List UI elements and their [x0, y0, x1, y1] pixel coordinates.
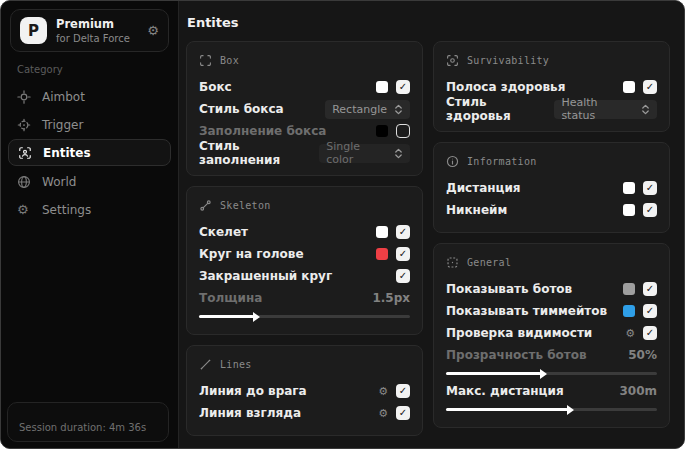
sidebar-item-settings[interactable]: ⚙ Settings — [1, 196, 178, 223]
panel-header: Information — [446, 155, 657, 168]
brand-text: Premium for Delta Force — [56, 17, 130, 44]
checkbox[interactable]: ✓ — [396, 80, 410, 94]
line-icon — [199, 358, 212, 371]
setting-label: Никнейм — [446, 203, 507, 217]
health-style-select[interactable]: Health status — [554, 100, 657, 119]
color-swatch[interactable] — [376, 248, 388, 260]
thickness-slider[interactable] — [199, 315, 410, 318]
fill-style-select[interactable]: Single color — [319, 144, 410, 163]
max-distance-slider-group: Макс. дистанция 300m — [446, 380, 657, 411]
checkbox[interactable]: ✓ — [643, 304, 657, 318]
brand-subtitle: for Delta Force — [56, 33, 130, 44]
setting-value: 50% — [628, 348, 657, 362]
app-window: P Premium for Delta Force ⚙ Category Aim… — [0, 0, 685, 449]
thickness-slider-group: Толщина 1.5px — [199, 287, 410, 318]
sidebar-item-aimbot[interactable]: Aimbot — [1, 83, 178, 110]
color-swatch[interactable] — [376, 81, 388, 93]
setting-label: Линия до врага — [199, 384, 307, 398]
setting-label: Прозрачность ботов — [446, 348, 587, 362]
setting-row-head-circle: Круг на голове ✓ — [199, 243, 410, 265]
unfold-icon — [641, 104, 650, 115]
setting-label: Линия взгляда — [199, 406, 301, 420]
slider-thumb[interactable] — [540, 369, 547, 379]
sidebar-item-trigger[interactable]: Trigger — [1, 111, 178, 138]
sidebar-item-label: Entites — [43, 146, 91, 160]
gear-icon[interactable]: ⚙ — [378, 407, 388, 420]
panel-survivability: Survivability Полоса здоровья ✓ Стиль зд… — [433, 41, 670, 132]
gear-icon[interactable]: ⚙ — [625, 327, 635, 340]
session-duration: Session duration: 4m 36s — [19, 422, 146, 433]
checkbox[interactable]: ✓ — [643, 203, 657, 217]
panel-lines: Lines Линия до врага ⚙ ✓ Линия взгляда ⚙ — [186, 345, 423, 436]
checkbox[interactable]: ✓ — [396, 247, 410, 261]
checkbox[interactable] — [396, 124, 410, 138]
checkbox[interactable]: ✓ — [643, 181, 657, 195]
sidebar-item-label: Aimbot — [42, 90, 85, 104]
color-swatch[interactable] — [376, 125, 388, 137]
sidebar-item-world[interactable]: World — [1, 168, 178, 195]
setting-label: Проверка видимости — [446, 326, 592, 340]
setting-label: Показывать тиммейтов — [446, 304, 607, 318]
checkbox[interactable]: ✓ — [396, 225, 410, 239]
checkbox[interactable]: ✓ — [396, 269, 410, 283]
panel-skeleton: Skeleton Скелет ✓ Круг на голове ✓ — [186, 186, 423, 335]
bone-icon — [199, 199, 212, 212]
setting-label: Стиль здоровья — [446, 95, 554, 123]
setting-row-distance: Дистанция ✓ — [446, 177, 657, 199]
setting-label: Стиль бокса — [199, 102, 284, 116]
setting-row-thickness: Толщина 1.5px — [199, 287, 410, 309]
gear-icon[interactable]: ⚙ — [147, 23, 159, 38]
setting-row-view-line: Линия взгляда ⚙ ✓ — [199, 402, 410, 424]
panel-header: Skeleton — [199, 199, 410, 212]
setting-row-filled-circle: Закрашенный круг ✓ — [199, 265, 410, 287]
bot-opacity-slider[interactable] — [446, 372, 657, 375]
setting-label: Полоса здоровья — [446, 80, 565, 94]
slider-thumb[interactable] — [567, 405, 574, 415]
checkbox[interactable]: ✓ — [396, 384, 410, 398]
unfold-icon — [394, 104, 403, 115]
color-swatch[interactable] — [623, 182, 635, 194]
dashed-grid-icon — [446, 256, 459, 269]
sidebar-item-label: Settings — [42, 203, 91, 217]
focus-icon — [446, 54, 459, 67]
setting-row-fill-style: Стиль заполнения Single color — [199, 142, 410, 164]
select-value: Rectangle — [332, 103, 387, 116]
brand-title: Premium — [56, 17, 130, 31]
checkbox[interactable]: ✓ — [643, 282, 657, 296]
color-swatch[interactable] — [376, 226, 388, 238]
slider-thumb[interactable] — [253, 312, 260, 322]
checkbox[interactable]: ✓ — [643, 80, 657, 94]
box-corners-icon — [199, 54, 212, 67]
checkbox[interactable]: ✓ — [396, 406, 410, 420]
setting-label: Круг на голове — [199, 247, 304, 261]
color-swatch[interactable] — [623, 305, 635, 317]
setting-label: Заполнение бокса — [199, 124, 326, 138]
checkbox[interactable]: ✓ — [643, 326, 657, 340]
session-card: Session duration: 4m 36s — [7, 402, 169, 442]
select-value: Health status — [561, 96, 634, 122]
panel-title: General — [467, 257, 511, 268]
setting-row-box: Бокс ✓ — [199, 76, 410, 98]
setting-row-show-bots: Показывать ботов ✓ — [446, 278, 657, 300]
setting-label: Макс. дистанция — [446, 384, 564, 398]
slider-fill — [446, 408, 568, 411]
left-column: Box Бокс ✓ Стиль бокса Rectangle — [186, 41, 423, 436]
color-swatch[interactable] — [623, 204, 635, 216]
sidebar-item-entites[interactable]: Entites — [8, 139, 171, 166]
setting-label: Бокс — [199, 80, 232, 94]
box-style-select[interactable]: Rectangle — [325, 100, 410, 119]
max-distance-slider[interactable] — [446, 408, 657, 411]
panel-header: Survivability — [446, 54, 657, 67]
setting-row-max-distance: Макс. дистанция 300m — [446, 380, 657, 402]
setting-value: 1.5px — [372, 291, 410, 305]
color-swatch[interactable] — [623, 283, 635, 295]
panel-title: Box — [220, 55, 239, 66]
panel-header: Box — [199, 54, 410, 67]
slider-fill — [446, 372, 541, 375]
entities-icon — [18, 146, 33, 160]
color-swatch[interactable] — [623, 81, 635, 93]
panel-title: Information — [467, 156, 537, 167]
globe-icon — [17, 175, 32, 189]
gear-icon[interactable]: ⚙ — [378, 385, 388, 398]
bot-opacity-slider-group: Прозрачность ботов 50% — [446, 344, 657, 375]
